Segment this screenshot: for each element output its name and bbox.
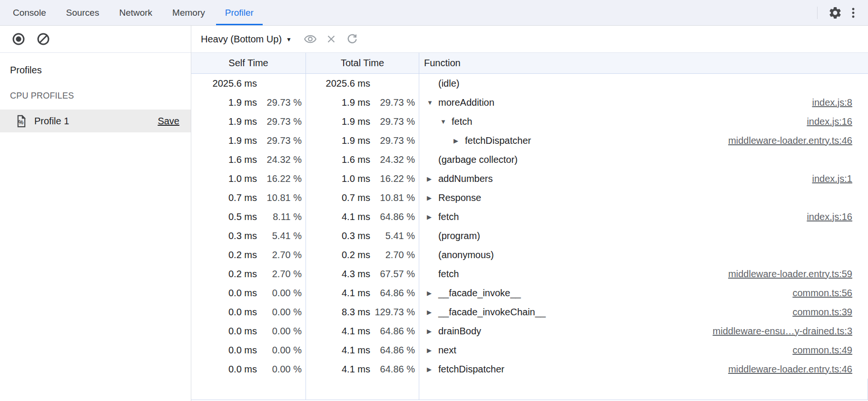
- panel-tabs: ConsoleSourcesNetworkMemoryProfiler: [0, 0, 817, 25]
- time-percent-value: 5.41 %: [370, 231, 415, 241]
- function-name: (program): [438, 231, 480, 241]
- disclosure-triangle-collapsed-icon[interactable]: ▶: [427, 328, 438, 335]
- total-time-cell: 1.9 ms29.73 %: [306, 93, 419, 112]
- table-row[interactable]: 1.6 ms24.32 %1.6 ms24.32 %(garbage colle…: [191, 150, 868, 169]
- disclosure-triangle-collapsed-icon[interactable]: ▶: [427, 213, 438, 221]
- tab-label: Console: [13, 8, 46, 18]
- time-ms-value: 1.9 ms: [228, 116, 257, 127]
- function-cell: (garbage collector): [419, 150, 868, 169]
- table-row[interactable]: 0.2 ms2.70 %4.3 ms67.57 %fetchmiddleware…: [191, 264, 868, 283]
- time-percent-value: 29.73 %: [257, 116, 302, 127]
- disclosure-triangle-collapsed-icon[interactable]: ▶: [427, 194, 438, 201]
- more-options-button[interactable]: [844, 4, 862, 22]
- time-ms-value: 1.6 ms: [342, 154, 370, 165]
- source-link[interactable]: index.js:8: [812, 97, 853, 108]
- table-row[interactable]: 0.5 ms8.11 %4.1 ms64.86 %▶fetchindex.js:…: [191, 207, 868, 226]
- function-name: fetchDispatcher: [438, 364, 504, 375]
- total-time-cell: 8.3 ms129.73 %: [306, 302, 419, 321]
- table-row[interactable]: 0.2 ms2.70 %0.2 ms2.70 %(anonymous): [191, 245, 868, 264]
- disclosure-triangle-collapsed-icon[interactable]: ▶: [454, 137, 465, 144]
- clear-profiles-button[interactable]: [34, 30, 52, 48]
- total-time-cell: 4.1 ms64.86 %: [306, 207, 419, 226]
- function-cell: (program): [419, 226, 868, 245]
- total-time-cell: 0.2 ms2.70 %: [306, 245, 419, 264]
- self-time-cell: 0.2 ms2.70 %: [191, 264, 306, 283]
- table-row[interactable]: 0.3 ms5.41 %0.3 ms5.41 %(program): [191, 226, 868, 245]
- function-cell: ▶Response: [419, 188, 868, 207]
- function-name: Response: [438, 192, 481, 203]
- column-header-total-time[interactable]: Total Time: [306, 53, 419, 73]
- source-link[interactable]: middleware-loader.entry.ts:46: [728, 135, 852, 146]
- disclosure-triangle-expanded-icon[interactable]: ▼: [427, 99, 438, 106]
- time-ms-value: 0.7 ms: [342, 192, 370, 203]
- record-button[interactable]: [10, 30, 28, 48]
- table-row[interactable]: 2025.6 ms2025.6 ms(idle): [191, 74, 868, 93]
- disclosure-triangle-collapsed-icon[interactable]: ▶: [427, 347, 438, 354]
- time-percent-value: 29.73 %: [370, 97, 415, 108]
- table-row[interactable]: 1.9 ms29.73 %1.9 ms29.73 %▼fetchindex.js…: [191, 112, 868, 131]
- source-link[interactable]: common.ts:49: [792, 345, 852, 356]
- tab-sources[interactable]: Sources: [56, 0, 109, 25]
- total-time-cell: 4.1 ms64.86 %: [306, 360, 419, 379]
- clear-icon: [37, 32, 50, 46]
- table-row[interactable]: 0.0 ms0.00 %4.1 ms64.86 %▶nextcommon.ts:…: [191, 341, 868, 360]
- time-ms-value: 0.2 ms: [228, 269, 257, 280]
- table-row[interactable]: 1.9 ms29.73 %1.9 ms29.73 %▼moreAdditioni…: [191, 93, 868, 112]
- grid-filler-total-column: [306, 379, 419, 400]
- source-link[interactable]: index.js:16: [807, 211, 852, 222]
- save-profile-link[interactable]: Save: [158, 116, 179, 127]
- view-mode-label: Heavy (Bottom Up): [201, 34, 282, 45]
- table-row[interactable]: 0.0 ms0.00 %8.3 ms129.73 %▶__facade_invo…: [191, 302, 868, 321]
- source-link[interactable]: middleware-ensu…y-drained.ts:3: [713, 326, 852, 337]
- time-percent-value: 10.81 %: [257, 192, 302, 203]
- source-link[interactable]: common.ts:39: [792, 307, 852, 318]
- column-header-self-time[interactable]: Self Time: [191, 53, 306, 73]
- table-row[interactable]: 0.0 ms0.00 %4.1 ms64.86 %▶__facade_invok…: [191, 283, 868, 302]
- time-percent-value: 24.32 %: [257, 154, 302, 165]
- function-cell: ▶fetchDispatchermiddleware-loader.entry.…: [419, 360, 868, 379]
- table-row[interactable]: 0.0 ms0.00 %4.1 ms64.86 %▶fetchDispatche…: [191, 360, 868, 379]
- disclosure-triangle-expanded-icon[interactable]: ▼: [440, 118, 452, 125]
- table-row[interactable]: 0.0 ms0.00 %4.1 ms64.86 %▶drainBodymiddl…: [191, 321, 868, 341]
- disclosure-triangle-collapsed-icon[interactable]: ▶: [427, 290, 438, 297]
- time-ms-value: 1.9 ms: [342, 97, 370, 108]
- time-ms-value: 0.2 ms: [228, 250, 257, 261]
- tab-console[interactable]: Console: [3, 0, 56, 25]
- source-link[interactable]: index.js:1: [812, 173, 853, 184]
- tab-profiler[interactable]: Profiler: [215, 0, 264, 25]
- source-link[interactable]: index.js:16: [807, 116, 852, 127]
- profile-list-item[interactable]: % Profile 1 Save: [0, 110, 191, 132]
- disclosure-triangle-collapsed-icon[interactable]: ▶: [427, 309, 438, 316]
- table-row[interactable]: 1.0 ms16.22 %1.0 ms16.22 %▶addNumbersind…: [191, 169, 868, 188]
- restore-functions-button[interactable]: [343, 30, 361, 48]
- source-link[interactable]: middleware-loader.entry.ts:59: [728, 269, 852, 280]
- table-row[interactable]: 0.7 ms10.81 %0.7 ms10.81 %▶Response: [191, 188, 868, 207]
- time-ms-value: 1.9 ms: [342, 116, 370, 127]
- tab-network[interactable]: Network: [109, 0, 162, 25]
- time-ms-value: 2025.6 ms: [326, 78, 370, 89]
- source-link[interactable]: middleware-loader.entry.ts:46: [728, 364, 852, 375]
- time-ms-value: 1.0 ms: [342, 173, 370, 184]
- time-ms-value: 1.9 ms: [342, 135, 370, 146]
- source-link[interactable]: common.ts:56: [792, 288, 852, 299]
- disclosure-triangle-collapsed-icon[interactable]: ▶: [427, 175, 438, 182]
- tab-memory[interactable]: Memory: [162, 0, 215, 25]
- total-time-cell: 1.9 ms29.73 %: [306, 112, 419, 131]
- exclude-function-button[interactable]: [322, 30, 340, 48]
- view-mode-dropdown[interactable]: Heavy (Bottom Up) ▼: [198, 32, 295, 47]
- table-row[interactable]: 1.9 ms29.73 %1.9 ms29.73 %▶fetchDispatch…: [191, 131, 868, 150]
- disclosure-triangle-collapsed-icon[interactable]: ▶: [427, 366, 438, 373]
- close-icon: [325, 33, 337, 45]
- profiles-sidebar-toolbar: [0, 26, 191, 53]
- time-ms-value: 0.0 ms: [228, 345, 257, 356]
- time-ms-value: 0.0 ms: [228, 288, 257, 299]
- grid-filler: [191, 379, 868, 400]
- time-percent-value: 64.86 %: [370, 211, 415, 222]
- settings-button[interactable]: [826, 4, 844, 22]
- time-ms-value: 0.0 ms: [228, 326, 257, 337]
- time-percent-value: 0.00 %: [257, 326, 302, 337]
- time-percent-value: 5.41 %: [257, 231, 302, 241]
- self-time-cell: 0.0 ms0.00 %: [191, 360, 306, 379]
- column-header-function[interactable]: Function: [419, 53, 868, 73]
- focus-function-button[interactable]: [301, 30, 319, 48]
